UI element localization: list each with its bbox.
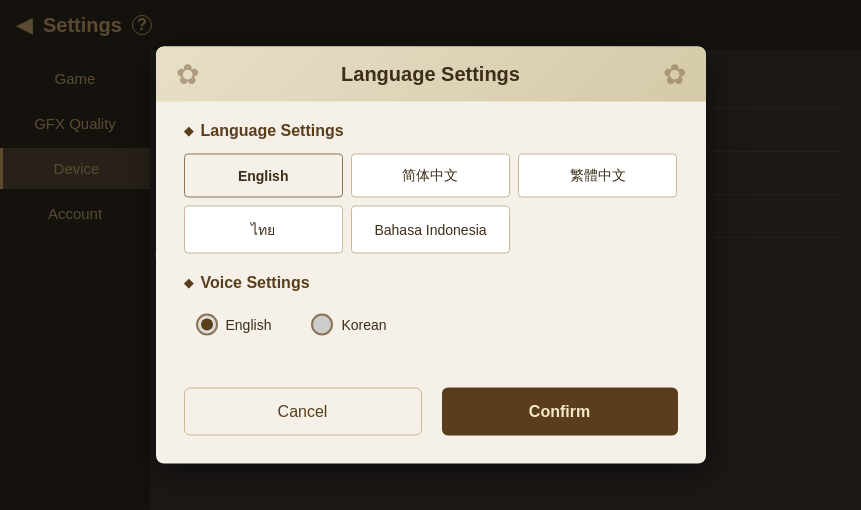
radio-english (196, 314, 218, 336)
language-grid-row2: ไทย Bahasa Indonesia (184, 206, 678, 254)
voice-label-korean: Korean (341, 317, 386, 333)
voice-options: English Korean (184, 306, 678, 344)
modal-header: ✿ Language Settings ✿ (156, 47, 706, 102)
language-settings-modal: ✿ Language Settings ✿ Language Settings … (156, 47, 706, 464)
voice-label-english: English (226, 317, 272, 333)
lang-btn-english[interactable]: English (184, 154, 343, 198)
voice-section: Voice Settings English Korean (184, 274, 678, 344)
cancel-button[interactable]: Cancel (184, 388, 422, 436)
modal-body: Language Settings English 简体中文 繁體中文 ไทย … (156, 102, 706, 388)
lang-btn-bahasa[interactable]: Bahasa Indonesia (351, 206, 510, 254)
lang-btn-thai[interactable]: ไทย (184, 206, 343, 254)
language-grid-row1: English 简体中文 繁體中文 (184, 154, 678, 198)
radio-korean (311, 314, 333, 336)
lang-btn-traditional-chinese[interactable]: 繁體中文 (518, 154, 677, 198)
lang-btn-simplified-chinese[interactable]: 简体中文 (351, 154, 510, 198)
language-section-title: Language Settings (184, 122, 678, 140)
ornament-left-icon: ✿ (176, 58, 199, 91)
ornament-right-icon: ✿ (663, 58, 686, 91)
modal-footer: Cancel Confirm (156, 388, 706, 436)
modal-title: Language Settings (341, 63, 520, 86)
radio-english-inner (201, 319, 213, 331)
voice-section-title: Voice Settings (184, 274, 678, 292)
confirm-button[interactable]: Confirm (442, 388, 678, 436)
voice-option-korean[interactable]: Korean (311, 314, 386, 336)
voice-option-english[interactable]: English (196, 314, 272, 336)
